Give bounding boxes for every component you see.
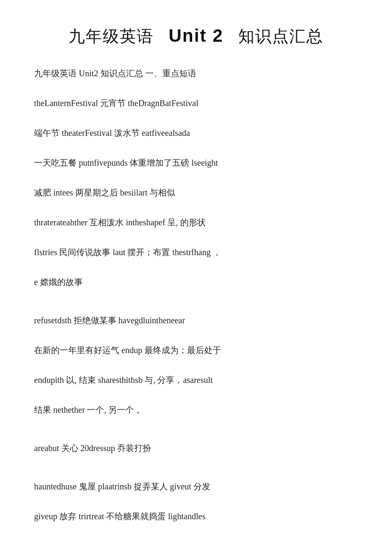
page-title: 九年级英语 Unit 2 知识点汇总 [34, 26, 358, 47]
line-10: 在新的一年里有好运气 endup 最终成为；最后处于 [34, 341, 358, 359]
big-spacer-3 [34, 457, 358, 477]
title-unit: Unit 2 [169, 26, 224, 46]
spacer-7 [34, 261, 358, 273]
title-prefix: 九年级英语 [69, 27, 154, 45]
line-8: e 嫦娥的故事 [34, 273, 358, 291]
line-12: 结果 nethether 一个, 另一个， [34, 401, 358, 419]
line-15: giveup 放弃 trirtreat 不给糖果就捣蛋 lightandles [34, 507, 358, 525]
line-5: 减肥 intees 两星期之后 besiilart 与相似 [34, 184, 358, 201]
spacer-11 [34, 389, 358, 401]
spacer-10 [34, 359, 358, 371]
spacer-1 [34, 82, 358, 94]
content-area: 九年级英语 Unit2 知识点汇总 一、重点短语 theLanternFesti… [34, 64, 358, 525]
line-11: endupith 以, 结束 sharesthithsb 与, 分享，asare… [34, 371, 358, 389]
spacer-6 [34, 231, 358, 243]
line-13: areabut 关心 20dressup 乔装打扮 [34, 439, 358, 457]
line-14: hauntedhuse 鬼屋 plaatrinsb 捉弄某人 giveut 分发 [34, 477, 358, 495]
spacer-2 [34, 112, 358, 124]
big-spacer-2 [34, 419, 358, 439]
line-6: thraterateahther 互相泼水 intheshapef 呈, 的形状 [34, 213, 358, 231]
line-9: refusetdsth 拒绝做某事 havegdluintheneear [34, 311, 358, 329]
line-4: 一天吃五餐 putnfivepunds 体重增加了五磅 lseeight [34, 154, 358, 172]
line-2: theLanternFestival 元宵节 theDragnBatFestiv… [34, 94, 358, 112]
spacer-3 [34, 142, 358, 154]
spacer-14 [34, 495, 358, 507]
big-spacer-1 [34, 291, 358, 311]
spacer-9 [34, 329, 358, 341]
spacer-5 [34, 201, 358, 213]
line-7: flstries 民间传说故事 laut 摆开；布置 thestrfhang ， [34, 243, 358, 261]
line-1: 九年级英语 Unit2 知识点汇总 一、重点短语 [34, 64, 358, 82]
spacer-4 [34, 172, 358, 184]
line-3: 端午节 theaterFestival 泼水节 eatfiveealsada [34, 124, 358, 142]
title-suffix: 知识点汇总 [238, 27, 323, 45]
